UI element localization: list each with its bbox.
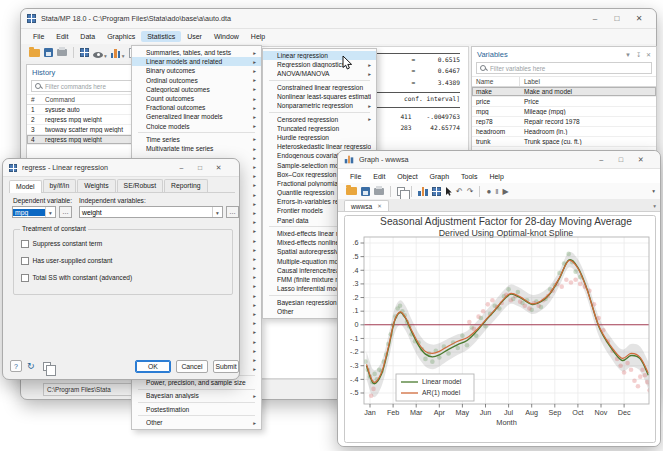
variable-row[interactable]: trunkTrunk space (cu. ft.) <box>472 137 656 147</box>
panel-close-icon[interactable]: ✕ <box>646 51 651 58</box>
variables-filter-input[interactable]: Filter variables here <box>476 62 652 74</box>
menu-item-anova-manova[interactable]: ANOVA/MANOVA▸ <box>263 69 376 78</box>
variable-row[interactable]: rep78Repair record 1978 <box>472 117 656 127</box>
dependent-variable-combobox[interactable]: mpg ▾ <box>12 206 56 218</box>
menubar-item-data[interactable]: Data <box>74 31 101 42</box>
menu-item-other[interactable]: Other▸ <box>132 418 261 427</box>
menu-item-categorical-outcomes[interactable]: Categorical outcomes▸ <box>132 85 261 94</box>
tab-close-icon[interactable]: ✕ <box>377 203 382 209</box>
menubar-item-graphics[interactable]: Graphics <box>101 31 141 42</box>
variable-row[interactable]: makeMake and model <box>472 87 656 97</box>
menu-item-count-outcomes[interactable]: Count outcomes▸ <box>132 94 261 103</box>
filter-funnel-icon[interactable]: ▼ <box>625 52 631 58</box>
close-icon[interactable]: ✕ <box>628 14 650 23</box>
save-icon[interactable] <box>44 48 53 57</box>
grid-edit-icon[interactable] <box>432 187 441 196</box>
user-supplied-constant-checkbox[interactable]: Has user-supplied constant <box>21 257 112 265</box>
suppress-constant-checkbox[interactable]: Suppress constant term <box>21 240 102 248</box>
menu-item-fractional-outcomes[interactable]: Fractional outcomes▸ <box>132 103 261 112</box>
undo-icon[interactable]: ↶ <box>456 187 463 196</box>
menu-item-choice-models[interactable]: Choice models▸ <box>132 122 261 131</box>
tab-model[interactable]: Model <box>9 180 42 193</box>
menu-item-binary-outcomes[interactable]: Binary outcomes▸ <box>132 66 261 75</box>
variable-row[interactable]: mpgMileage (mpg) <box>472 107 656 117</box>
cancel-button[interactable]: Cancel <box>176 360 208 373</box>
menu-item-hurdle-regression[interactable]: Hurdle regression <box>263 133 376 142</box>
menu-item-constrained-linear-regression[interactable]: Constrained linear regression <box>263 83 376 92</box>
menu-item-bayesian-analysis[interactable]: Bayesian analysis▸ <box>132 391 261 400</box>
tab-weights[interactable]: Weights <box>77 179 115 192</box>
maximize-icon[interactable]: □ <box>611 155 631 163</box>
menubar-item-tools[interactable]: Tools <box>455 171 483 182</box>
menu-item-ordinal-outcomes[interactable]: Ordinal outcomes▸ <box>132 76 261 85</box>
menu-item-regression-diagnostics[interactable]: Regression diagnostics▸ <box>263 60 376 69</box>
data-editor-icon[interactable] <box>80 48 89 57</box>
toolbar-overflow-icon[interactable]: ▾ <box>652 188 655 194</box>
menubar-item-statistics[interactable]: Statistics <box>141 31 181 42</box>
menu-item-truncated-regression[interactable]: Truncated regression <box>263 124 376 133</box>
redo-icon[interactable]: ↷ <box>467 187 474 196</box>
print-icon[interactable] <box>374 188 384 195</box>
menubar-item-window[interactable]: Window <box>208 31 245 42</box>
reset-icon[interactable]: ↻ <box>27 361 35 371</box>
save-icon[interactable] <box>361 187 370 196</box>
variables-column-headers[interactable]: Name Label <box>472 76 656 87</box>
menu-item-nonlinear-least-squares-estimation[interactable]: Nonlinear least-squares estimation <box>263 92 376 101</box>
menubar-item-edit[interactable]: Edit <box>50 31 74 42</box>
graph-button[interactable]: ▾ <box>111 44 125 62</box>
close-icon[interactable]: ✕ <box>631 155 651 163</box>
submit-button[interactable]: Submit <box>213 360 239 373</box>
variable-row[interactable]: headroomHeadroom (in.) <box>472 127 656 137</box>
maximize-icon[interactable]: □ <box>191 164 210 172</box>
help-button[interactable]: ? <box>10 360 22 372</box>
maximize-icon[interactable]: □ <box>606 14 628 23</box>
graph-title-bar[interactable]: Graph - wwwsa – □ ✕ <box>338 151 660 169</box>
copy-icon[interactable] <box>43 362 51 371</box>
menu-item-postestimation[interactable]: Postestimation <box>132 405 261 414</box>
menubar-item-edit[interactable]: Edit <box>367 171 391 182</box>
pointer-tool-icon[interactable] <box>445 187 452 196</box>
menu-item-linear-models-and-related[interactable]: Linear models and related▸ <box>132 57 261 66</box>
open-icon[interactable] <box>29 49 40 57</box>
menu-item-nonparametric-regression[interactable]: Nonparametric regression▸ <box>263 101 376 110</box>
pause-icon[interactable]: ‖ <box>495 187 498 196</box>
menubar-item-graph[interactable]: Graph <box>424 171 455 182</box>
tab-by-if-in[interactable]: by/if/in <box>43 179 77 192</box>
minimize-icon[interactable]: – <box>591 155 611 163</box>
menubar-item-file[interactable]: File <box>27 31 50 42</box>
dependent-variable-picker-button[interactable]: … <box>59 206 72 218</box>
close-icon[interactable]: ✕ <box>209 164 228 172</box>
menu-item-time-series[interactable]: Time series▸ <box>132 135 261 144</box>
menu-item-censored-regression[interactable]: Censored regression▸ <box>263 115 376 124</box>
tab-reporting[interactable]: Reporting <box>164 179 207 192</box>
minimize-icon[interactable]: – <box>172 164 191 172</box>
tab-wwwsa[interactable]: wwwsa ✕ <box>344 200 389 211</box>
graph-bars-icon[interactable] <box>418 187 428 196</box>
main-title-bar[interactable]: Stata/MP 18.0 - C:\Program Files\Stata\a… <box>21 9 656 29</box>
menu-item-linear-regression[interactable]: Linear regression <box>263 51 376 60</box>
open-icon[interactable] <box>346 187 357 195</box>
data-browse-button[interactable]: ▾ <box>93 44 107 62</box>
print-icon[interactable] <box>57 49 67 56</box>
menubar-item-help[interactable]: Help <box>483 171 509 182</box>
variable-row[interactable]: pricePrice <box>472 97 656 107</box>
independent-variables-picker-button[interactable]: … <box>226 206 239 218</box>
minimize-icon[interactable]: – <box>584 14 606 23</box>
menubar-item-user[interactable]: User <box>181 31 208 42</box>
play-icon[interactable]: ▶ <box>503 187 509 196</box>
menu-item-multivariate-time-series[interactable]: Multivariate time series▸ <box>132 144 261 153</box>
independent-variables-combobox[interactable]: weight ▾ <box>79 206 223 218</box>
tab-se-robust[interactable]: SE/Robust <box>117 179 164 192</box>
menubar-item-help[interactable]: Help <box>245 31 271 42</box>
menubar-item-object[interactable]: Object <box>391 171 423 182</box>
record-icon[interactable]: ● <box>486 187 491 196</box>
pin-icon[interactable]: ↧ <box>636 51 641 58</box>
copy-icon[interactable] <box>397 187 405 196</box>
ok-button[interactable]: OK <box>135 360 171 373</box>
tab-overflow-icon[interactable]: ▾ <box>653 203 656 209</box>
total-ss-checkbox[interactable]: Total SS with constant (advanced) <box>21 274 132 282</box>
menu-item-generalized-linear-models[interactable]: Generalized linear models▸ <box>132 112 261 121</box>
menubar-item-file[interactable]: File <box>344 171 367 182</box>
dialog-title-bar[interactable]: regress - Linear regression – □ ✕ <box>3 159 239 177</box>
menu-item-summaries-tables-and-tests[interactable]: Summaries, tables, and tests▸ <box>132 48 261 57</box>
